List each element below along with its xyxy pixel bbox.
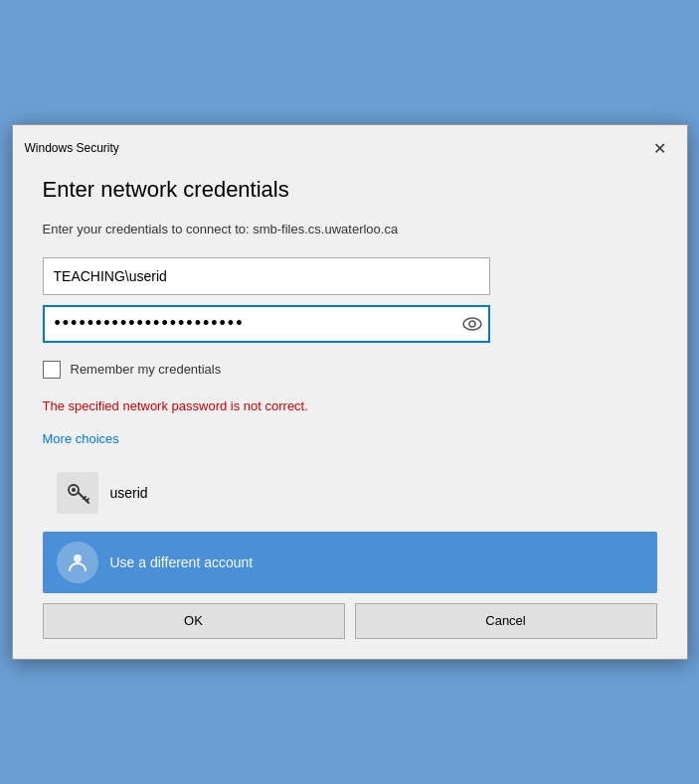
svg-point-3 [72, 488, 76, 492]
account-option-userid[interactable]: userid [43, 462, 657, 524]
more-choices-link[interactable]: More choices [43, 431, 119, 446]
svg-point-7 [74, 554, 82, 562]
ok-button[interactable]: OK [43, 603, 345, 639]
different-account-label: Use a different account [110, 554, 254, 570]
remember-credentials-checkbox[interactable] [43, 361, 61, 379]
account-userid-label: userid [110, 485, 148, 501]
show-password-button[interactable] [462, 317, 482, 331]
user-icon [57, 542, 98, 583]
password-input[interactable] [43, 305, 490, 343]
key-icon [57, 472, 98, 514]
windows-security-dialog: Windows Security ✕ Enter network credent… [12, 124, 688, 659]
error-message: The specified network password is not co… [43, 398, 657, 413]
dialog-title: Enter network credentials [43, 177, 657, 203]
svg-line-6 [87, 499, 88, 501]
cancel-button[interactable]: Cancel [355, 603, 657, 639]
username-input[interactable] [43, 257, 490, 295]
account-option-different[interactable]: Use a different account [43, 532, 657, 593]
title-bar: Windows Security ✕ [13, 125, 687, 167]
svg-point-0 [463, 318, 481, 330]
remember-credentials-row: Remember my credentials [43, 361, 657, 379]
buttons-row: OK Cancel [43, 603, 657, 639]
svg-point-1 [469, 321, 475, 327]
remember-credentials-label: Remember my credentials [71, 362, 222, 377]
title-bar-text: Windows Security [25, 141, 119, 155]
password-wrapper [43, 305, 490, 343]
close-button[interactable]: ✕ [645, 135, 675, 161]
dialog-body: Enter network credentials Enter your cre… [13, 167, 687, 658]
dialog-subtitle: Enter your credentials to connect to: sm… [43, 221, 657, 238]
